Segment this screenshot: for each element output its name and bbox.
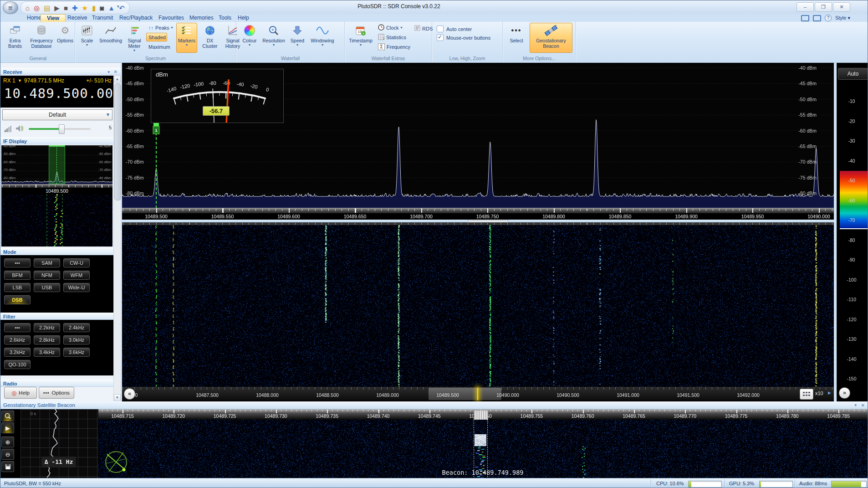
filter-button-2.8khz[interactable]: 2.8kHz (34, 335, 60, 344)
minimize-button[interactable]: – (797, 2, 814, 12)
home-icon[interactable]: ⌂ (26, 5, 30, 11)
filter-button-3.6khz[interactable]: 3.6kHz (63, 348, 90, 357)
camera-icon[interactable]: ◙ (100, 5, 104, 11)
beacon-save-button[interactable] (1, 461, 14, 472)
resolution-button[interactable]: + Resolution▾ (261, 23, 286, 53)
panel-scrollbar[interactable]: ▲ ▼ (113, 76, 121, 401)
mode-button-usb[interactable]: USB (34, 283, 60, 292)
if-filter-band[interactable] (49, 145, 65, 184)
pluto-icon[interactable]: ▲ (108, 5, 115, 11)
mode-button-wideu[interactable]: Wide-U (63, 283, 90, 292)
smoothing-button[interactable]: Smoothing (98, 23, 123, 53)
scroll-down-icon[interactable]: ▼ (114, 394, 121, 401)
filter-button-qo100[interactable]: QO-100 (4, 360, 31, 369)
maximize-button[interactable]: ❐ (815, 2, 832, 12)
rds-button[interactable]: RDS (412, 24, 430, 33)
beacon-play-button[interactable]: ▶ (1, 422, 14, 433)
colour-button[interactable]: Colour▾ (239, 23, 260, 53)
play-icon[interactable]: ▶ (54, 5, 60, 11)
mode-button-bfm[interactable]: BFM (4, 271, 31, 280)
volume-slider-thumb[interactable] (59, 124, 65, 134)
style-menu[interactable]: Style ▾ (835, 15, 850, 21)
options-button[interactable]: ⚙ Options (56, 23, 74, 53)
signal-meter-button[interactable]: Signal Meter▾ (123, 23, 145, 53)
nav-left-icon[interactable]: « (124, 388, 135, 400)
mouse-over-checkbox[interactable]: Mouse-over buttons (437, 34, 490, 41)
speed-button[interactable]: Speed▾ (287, 23, 307, 53)
panel-close-icon[interactable]: ✕ (114, 68, 117, 76)
dx-cluster-button[interactable]: DX Cluster (199, 23, 221, 53)
mode-button-sam[interactable]: SAM (34, 258, 60, 267)
maximum-button[interactable]: Maximum (146, 42, 174, 51)
lock-icon[interactable]: ▮ (92, 5, 96, 11)
beacon-zoom-in-button[interactable]: ⊕ (1, 437, 14, 447)
frequency-database-button[interactable]: Frequency Database (28, 23, 55, 53)
shaded-button[interactable]: Shaded (146, 33, 167, 41)
beacon-marker-handle[interactable] (474, 410, 488, 420)
app-menu-button[interactable]: ≣ (3, 1, 18, 14)
filter-button-[interactable]: ••• (4, 323, 31, 332)
mode-button-lsb[interactable]: LSB (4, 283, 31, 292)
panel-collapse-icon[interactable]: ▾ (107, 68, 110, 76)
frequency-display[interactable]: RX 1 ▼ 9749.771.5 MHz +/- 510 Hz 10.489.… (0, 76, 113, 108)
filter-button-2.4khz[interactable]: 2.4kHz (63, 323, 90, 332)
peaks-button[interactable]: ↑↑ Peaks▾ (146, 23, 174, 32)
scale-button[interactable]: Scale▾ (77, 23, 97, 53)
mode-button-cwu[interactable]: CW-U (63, 258, 90, 267)
nav-zoom-arrow-icon[interactable]: ▶ (828, 390, 831, 395)
if-waterfall[interactable] (1, 194, 112, 247)
geostationary-beacon-button[interactable]: Geostationary Beacon (530, 23, 572, 53)
radio-help-button[interactable]: ◎ Help (4, 387, 37, 399)
beacon-drift-graph[interactable]: 0 s 10 s Δ -11 Hz (20, 409, 99, 478)
filter-button-3.0khz[interactable]: 3.0kHz (63, 335, 90, 344)
help-ring-icon[interactable]: ◎ (34, 5, 40, 11)
mode-button-dsb[interactable]: DSB (4, 295, 31, 304)
rx-dropdown-icon[interactable]: ▼ (18, 78, 22, 83)
auto-range-button[interactable]: Auto (838, 68, 868, 80)
radio-header[interactable]: Radio ▴ (0, 380, 121, 387)
filter-button-3.2khz[interactable]: 3.2kHz (4, 348, 31, 357)
frequency-stat-button[interactable]: Σ Frequency (376, 42, 414, 51)
radio-options-button[interactable]: ••• Options (39, 387, 74, 399)
favourite-icon[interactable]: ★ (82, 5, 88, 11)
help-circle-icon[interactable]: ? (825, 15, 832, 21)
statistics-button[interactable]: 9 Statistics (376, 33, 414, 41)
monitor1-icon[interactable] (801, 15, 809, 21)
filter-button-2.6khz[interactable]: 2.6kHz (4, 335, 31, 344)
monitor2-icon[interactable] (813, 15, 821, 21)
windowing-button[interactable]: Windowing▾ (308, 23, 337, 53)
tuned-frequency[interactable]: 10.489.500.000 (4, 86, 122, 101)
markers-button[interactable]: Markers▾ (176, 23, 197, 53)
timestamp-button[interactable]: 15+ Timestamp▾ (347, 23, 374, 53)
select-button[interactable]: ••• Select (506, 23, 527, 53)
add-icon[interactable]: ✚ (72, 5, 78, 11)
levels-icon[interactable] (4, 125, 12, 134)
beacon-zoom-out-button[interactable]: ⊖ (1, 449, 14, 460)
stop-icon[interactable]: ■ (64, 5, 68, 11)
beacon-collapse-icon[interactable]: ▾ (854, 401, 857, 409)
frequency-navigator[interactable]: 7.00010487.50010488.00010488.50010489.00… (122, 387, 834, 401)
mode-header[interactable]: Mode ▴ (0, 248, 121, 255)
receive-panel-header[interactable]: Receive ▾ ✕ (0, 68, 121, 75)
mode-button-wfm[interactable]: WFM (63, 271, 90, 280)
nav-keypad-button[interactable] (800, 389, 813, 400)
if-display-header[interactable]: IF Display ▴ (0, 137, 121, 144)
combo-dropdown-icon[interactable]: ▼ (106, 110, 110, 120)
extra-bands-button[interactable]: Extra Bands (3, 23, 27, 53)
speaker-icon[interactable] (15, 124, 24, 134)
qat-more-icon[interactable]: ▾ (117, 4, 119, 9)
profile-combo[interactable]: Default▼ (2, 109, 112, 120)
filter-button-3.4khz[interactable]: 3.4kHz (34, 348, 60, 357)
beacon-close-icon[interactable]: ✕ (861, 401, 865, 409)
nav-zoom-factor[interactable]: x10 (815, 390, 823, 396)
waterfall-resume-icon[interactable]: » (839, 387, 850, 399)
auto-center-box-icon[interactable] (437, 26, 444, 32)
beacon-zoom-button[interactable] (1, 411, 14, 421)
scroll-up-icon[interactable]: ▲ (114, 76, 121, 82)
close-button[interactable]: ✕ (833, 2, 850, 12)
filter-button-2.2khz[interactable]: 2.2kHz (34, 323, 60, 332)
filter-header[interactable]: Filter ▴ (0, 313, 121, 320)
tab-help[interactable]: Help (232, 14, 255, 22)
auto-center-checkbox[interactable]: Auto center (437, 26, 472, 32)
undo-icon[interactable]: ↶ (119, 5, 125, 11)
